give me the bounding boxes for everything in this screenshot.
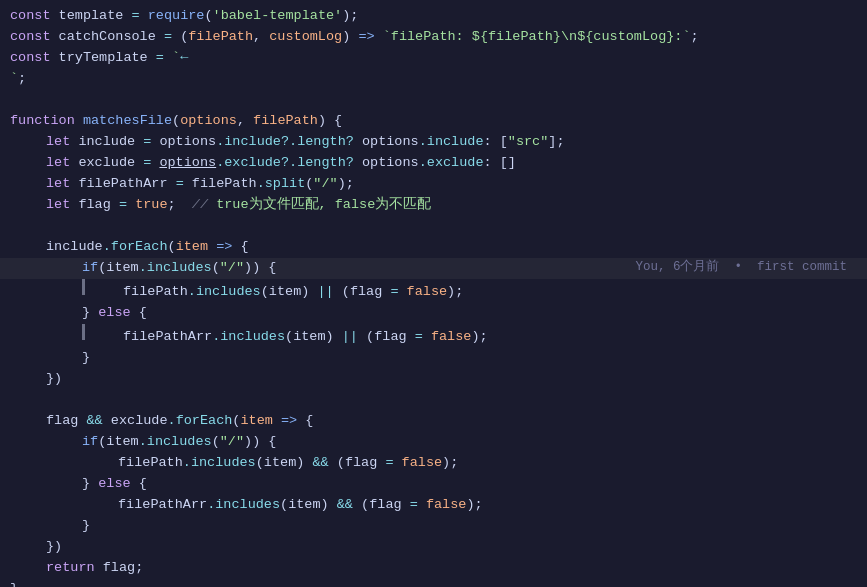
code-line-20: flag && exclude.forEach(item => { [0,411,867,432]
code-line-7: let include = options.include?.length? o… [0,132,867,153]
code-line-2: const catchConsole = (filePath, customLo… [0,27,867,48]
code-line-27: return flag; [0,558,867,579]
code-line-25: } [0,516,867,537]
code-line-28: } [0,579,867,587]
code-editor: const template = require('babel-template… [0,0,867,587]
code-line-1: const template = require('babel-template… [0,6,867,27]
code-line-16: filePathArr.includes(item) || (flag = fa… [0,324,867,348]
code-line-4: `; [0,69,867,90]
code-line-17: } [0,348,867,369]
code-line-19 [0,390,867,411]
code-line-12: include.forEach(item => { [0,237,867,258]
code-line-22: filePath.includes(item) && (flag = false… [0,453,867,474]
code-line-15: } else { [0,303,867,324]
code-line-3: const tryTemplate = `← [0,48,867,69]
code-line-11 [0,216,867,237]
code-line-13: if(item.includes("/")) { You, 6个月前 • fir… [0,258,867,279]
code-line-9: let filePathArr = filePath.split("/"); [0,174,867,195]
code-line-10: let flag = true; // true为文件匹配, false为不匹配 [0,195,867,216]
code-line-18: }) [0,369,867,390]
git-blame: You, 6个月前 • first commit [635,258,847,277]
code-line-23: } else { [0,474,867,495]
code-line-24: filePathArr.includes(item) && (flag = fa… [0,495,867,516]
code-line-21: if(item.includes("/")) { [0,432,867,453]
code-line-5 [0,90,867,111]
code-line-8: let exclude = options.exclude?.length? o… [0,153,867,174]
code-line-26: }) [0,537,867,558]
code-line-14: filePath.includes(item) || (flag = false… [0,279,867,303]
code-line-6: function matchesFile(options, filePath) … [0,111,867,132]
